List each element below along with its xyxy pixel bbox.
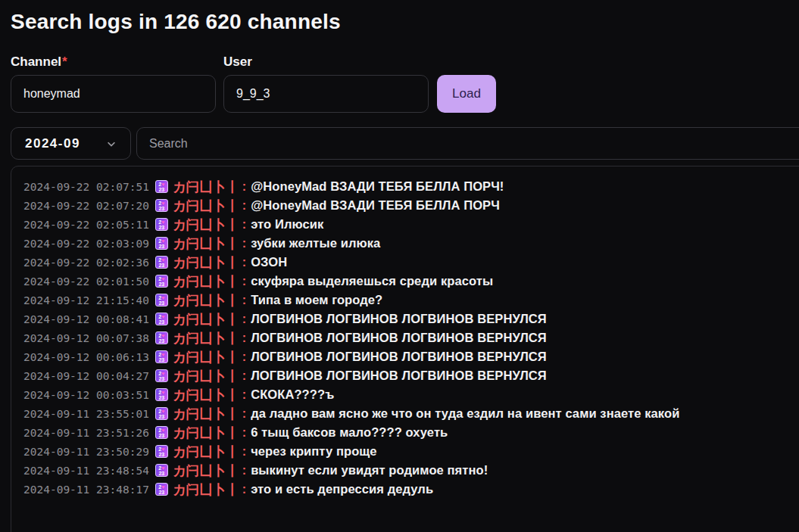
subscriber-badge-icon[interactable]: 2♥23 [155,483,168,496]
timestamp: 2024-09-11 23:48:17 [23,484,149,496]
subscriber-badge-icon[interactable]: 2♥23 [155,445,168,458]
subscriber-badge-icon[interactable]: 2♥23 [155,237,168,250]
badge-top-row: 2♥ [158,371,164,376]
timestamp: 2024-09-12 00:07:38 [23,332,149,344]
badge-bottom-num: 23 [158,471,164,476]
username[interactable]: カ闩凵卜丨 [173,481,239,499]
load-button[interactable]: Load [437,75,496,113]
log-row: 2024-09-12 00:07:38 2♥23 カ闩凵卜丨 : ЛОГВИНО… [23,328,799,347]
message-text: зубки желтые илюка [251,236,380,250]
channel-input[interactable] [11,75,216,113]
username[interactable]: カ闩凵卜丨 [173,254,239,272]
badge-bottom-num: 23 [158,395,164,400]
timestamp: 2024-09-12 00:04:27 [23,370,149,382]
timestamp: 2024-09-22 02:05:11 [23,219,149,231]
log-row: 2024-09-11 23:55:01 2♥23 カ闩凵卜丨 : да ладн… [23,404,799,423]
subscriber-badge-icon[interactable]: 2♥23 [155,294,168,306]
subscriber-badge-icon[interactable]: 2♥23 [155,199,168,212]
badge-heart-icon: ♥ [161,257,164,263]
username[interactable]: カ闩凵卜丨 [173,405,239,423]
message-text: СКОКА????ъ [251,387,334,402]
subscriber-badge-icon[interactable]: 2♥23 [155,313,168,325]
username[interactable]: カ闩凵卜丨 [173,216,239,234]
username-colon: : [242,464,246,478]
message-text: выкинут если увидят родимое пятно! [251,463,488,478]
message-text: @HoneyMad ВЗАДИ ТЕБЯ БЕЛЛА ПОРЧ! [251,179,504,194]
subscriber-badge-icon[interactable]: 2♥23 [155,331,168,344]
log-row: 2024-09-12 21:15:40 2♥23 カ闩凵卜丨 : Типа в … [23,291,799,310]
timestamp: 2024-09-22 02:07:20 [23,200,149,212]
username[interactable]: カ闩凵卜丨 [173,329,239,347]
log-row: 2024-09-12 00:06:13 2♥23 カ闩凵卜丨 : ЛОГВИНО… [23,347,799,366]
user-field-group: User [223,54,429,113]
username-colon: : [242,407,246,421]
subscriber-badge-icon[interactable]: 2♥23 [155,275,168,288]
subscriber-badge-icon[interactable]: 2♥23 [155,180,168,193]
username-colon: : [242,445,246,459]
badge-heart-icon: ♥ [161,201,164,206]
log-row: 2024-09-12 00:04:27 2♥23 カ闩凵卜丨 : ЛОГВИНО… [23,366,799,385]
subscriber-badge-icon[interactable]: 2♥23 [155,426,168,439]
required-asterisk: * [62,54,67,69]
timestamp: 2024-09-22 02:02:36 [23,257,149,269]
username[interactable]: カ闩凵卜丨 [173,235,239,253]
message-text: ОЗОН [251,255,287,269]
badge-heart-icon: ♥ [161,182,164,187]
user-input[interactable] [223,75,429,113]
badge-top-row: 2♥ [158,201,164,206]
badge-heart-icon: ♥ [161,352,164,357]
username[interactable]: カ闩凵卜丨 [173,386,239,404]
badge-bottom-num: 23 [158,433,164,438]
username[interactable]: カ闩凵卜丨 [173,367,239,385]
username[interactable]: カ闩凵卜丨 [173,178,239,196]
subscriber-badge-icon[interactable]: 2♥23 [155,407,168,420]
badge-top-row: 2♥ [158,428,164,433]
search-input[interactable] [136,127,799,160]
timestamp: 2024-09-12 00:08:41 [23,313,149,325]
username[interactable]: カ闩凵卜丨 [173,197,239,215]
badge-bottom-num: 23 [158,187,164,192]
username[interactable]: カ闩凵卜丨 [173,424,239,442]
badge-top-row: 2♥ [158,352,164,357]
timestamp: 2024-09-22 02:01:50 [23,275,149,288]
badge-top-row: 2♥ [158,276,164,282]
subscriber-badge-icon[interactable]: 2♥23 [155,256,168,269]
badge-top-row: 2♥ [158,333,164,338]
log-row: 2024-09-22 02:03:09 2♥23 カ闩凵卜丨 : зубки ж… [23,234,799,253]
username[interactable]: カ闩凵卜丨 [173,291,239,310]
log-row: 2024-09-11 23:48:54 2♥23 カ闩凵卜丨 : выкинут… [23,461,799,480]
badge-heart-icon: ♥ [161,465,164,471]
badge-bottom-num: 23 [158,338,164,344]
badge-top-row: 2♥ [158,409,164,414]
message-text: ЛОГВИНОВ ЛОГВИНОВ ЛОГВИНОВ ВЕРНУЛСЯ [251,350,547,364]
page-title: Search logs in 126 620 channels [11,10,799,34]
badge-top-row: 2♥ [158,219,164,225]
username-colon: : [242,369,246,383]
message-text: 6 тыщ баксов мало???? охуеть [251,425,448,440]
timestamp: 2024-09-11 23:50:29 [23,446,149,458]
username[interactable]: カ闩凵卜丨 [173,348,239,366]
timestamp: 2024-09-22 02:07:51 [23,181,149,193]
badge-heart-icon: ♥ [161,333,164,338]
badge-bottom-num: 23 [158,225,164,230]
username-colon: : [242,388,246,402]
month-select[interactable]: 2024-09 [11,127,131,160]
username-colon: : [242,426,246,440]
log-row: 2024-09-12 00:03:51 2♥23 カ闩凵卜丨 : СКОКА??… [23,385,799,404]
badge-heart-icon: ♥ [161,409,164,414]
timestamp: 2024-09-12 21:15:40 [23,294,149,306]
username-colon: : [242,331,246,345]
subscriber-badge-icon[interactable]: 2♥23 [155,369,168,382]
subscriber-badge-icon[interactable]: 2♥23 [155,464,168,477]
username[interactable]: カ闩凵卜丨 [173,443,239,461]
subscriber-badge-icon[interactable]: 2♥23 [155,218,168,231]
username[interactable]: カ闩凵卜丨 [173,310,239,328]
subscriber-badge-icon[interactable]: 2♥23 [155,388,168,401]
username-colon: : [242,483,246,496]
username[interactable]: カ闩凵卜丨 [173,462,239,480]
subscriber-badge-icon[interactable]: 2♥23 [155,350,168,363]
username[interactable]: カ闩凵卜丨 [173,272,239,291]
badge-top-row: 2♥ [158,257,164,263]
badge-bottom-num: 23 [158,263,164,268]
message-text: ЛОГВИНОВ ЛОГВИНОВ ЛОГВИНОВ ВЕРНУЛСЯ [251,369,547,383]
